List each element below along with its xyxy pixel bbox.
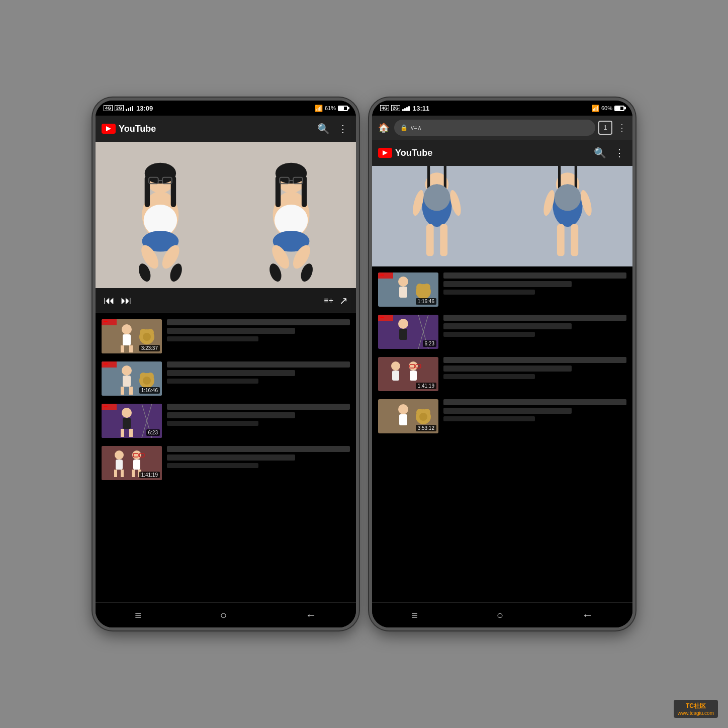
search-icon-2[interactable]: 🔍 [592,145,608,161]
svg-rect-79 [575,166,577,190]
video-thumb-1-2: 1:16:46 [102,361,162,396]
video-thumb-2-2: 6:23 [378,315,438,349]
share-btn-1[interactable]: ↗ [339,295,348,307]
svg-rect-89 [399,287,407,298]
video-title-2-1 [443,272,626,279]
video-meta-1-1 [167,336,258,341]
svg-rect-70 [427,166,430,190]
more-icon-2[interactable]: ⋮ [612,145,626,161]
nav-home-1[interactable]: ○ [210,605,237,626]
video-item-2-3[interactable]: 1:41:19 [372,353,632,395]
video-subtitle-2-1 [443,281,572,287]
video-content-2 [372,166,632,266]
video-thumb-1-4: 1:41:19 [102,446,162,480]
phone-2: 4G 2G 13:11 📶 60% [369,98,635,630]
duration-1-1: 3:23:37 [139,345,160,351]
svg-point-88 [398,277,408,287]
yt-icon-1 [102,124,116,134]
status-bar-2: 4G 2G 13:11 📶 60% [372,101,632,116]
video-item-1-3[interactable]: 6:23 [96,400,356,442]
video-info-1-4 [167,446,350,468]
browser-url-bar-2[interactable]: 🔒 v=∧ [394,120,595,136]
live-badge-2-2 [380,317,384,318]
video-meta-2-1 [443,290,535,295]
yt-logo-1: YouTube [102,124,315,134]
nav-menu-2[interactable]: ≡ [401,605,428,626]
signal-bar-2-3 [406,107,408,111]
svg-rect-76 [426,224,434,256]
video-player-2[interactable] [372,166,632,266]
video-meta-1-3 [167,421,258,426]
duration-2-3: 1:41:19 [416,383,436,389]
duration-1-2: 1:16:46 [139,387,160,394]
duration-2-1: 1:16:46 [416,298,436,305]
signal-4g-2: 4G [380,105,389,111]
svg-rect-99 [378,315,393,321]
video-thumb-2-1: 1:16:46 [378,272,438,307]
svg-rect-38 [102,319,117,325]
svg-rect-51 [123,418,131,429]
video-player-1[interactable] [96,142,356,288]
video-subtitle-1-3 [167,412,295,418]
next-btn-1[interactable]: ⏭ [121,294,132,307]
yt-header-icons-2: 🔍 ⋮ [592,145,626,161]
svg-point-82 [555,185,581,211]
video-item-2-2[interactable]: 6:23 [372,311,632,353]
phone-1-screen: 4G 2G 13:09 📶 61% [96,101,356,627]
video-item-1-2[interactable]: 1:16:46 [96,357,356,400]
duration-2-2: 6:23 [423,340,436,347]
signal-4g-1: 4G [104,105,113,111]
battery-icon-1 [338,106,348,111]
watermark-site: www.tcagiu.com [678,710,714,716]
prev-btn-1[interactable]: ⏮ [104,294,115,307]
video-meta-1-4 [167,463,258,468]
svg-point-108 [398,404,408,414]
svg-rect-59 [116,460,123,470]
browser-tab-btn-2[interactable]: 1 [598,121,612,135]
video-list-1[interactable]: 3:23:37 [96,313,356,602]
video-subtitle-1-1 [167,328,295,334]
video-subtitle-2-2 [443,323,572,329]
svg-rect-42 [121,387,124,395]
signal-bar-2-4 [408,106,410,111]
browser-more-btn-2[interactable]: ⋮ [615,120,628,135]
phone-1-frame: 4G 2G 13:09 📶 61% [93,98,359,630]
svg-rect-41 [123,376,131,387]
signal-bars-1 [126,105,133,111]
duration-1-3: 6:23 [146,429,160,436]
video-subtitle-1-4 [167,454,295,461]
video-title-2-3 [443,357,626,363]
video-item-1-4[interactable]: 1:41:19 [96,442,356,484]
browser-home-btn-2[interactable]: 🏠 [376,120,391,135]
video-list-2[interactable]: 1:16:46 [372,266,632,602]
video-item-2-4[interactable]: 3:53:12 [372,395,632,437]
browser-url-text-2: v=∧ [411,124,589,131]
more-icon-1[interactable]: ⋮ [336,121,350,137]
video-title-2-2 [443,315,626,321]
svg-point-40 [122,366,132,376]
video-subtitle-2-4 [443,408,572,414]
video-item-2-1[interactable]: 1:16:46 [372,268,632,311]
video-subtitle-1-2 [167,370,295,376]
nav-back-2[interactable]: ← [572,605,603,626]
nav-back-1[interactable]: ← [296,605,327,626]
video-meta-1-2 [167,379,258,384]
search-icon-1[interactable]: 🔍 [315,121,332,137]
nav-home-2[interactable]: ○ [487,605,513,626]
svg-point-50 [122,408,132,418]
signal-2g-1: 2G [115,105,124,111]
signal-bar-2-1 [402,109,404,111]
svg-point-30 [122,324,132,334]
svg-point-37 [143,333,151,341]
video-item-1-1[interactable]: 3:23:37 [96,315,356,357]
status-time-2: 13:11 [413,105,429,112]
svg-rect-33 [129,345,133,352]
duration-2-4: 3:53:12 [416,425,436,431]
playlist-btn-1[interactable]: ≡+ [324,296,333,305]
svg-point-58 [115,450,124,460]
watermark: TC社区 www.tcagiu.com [674,700,718,718]
svg-point-113 [419,413,427,421]
nav-menu-1[interactable]: ≡ [125,605,151,626]
video-info-2-1 [443,272,626,295]
svg-rect-60 [114,470,117,477]
